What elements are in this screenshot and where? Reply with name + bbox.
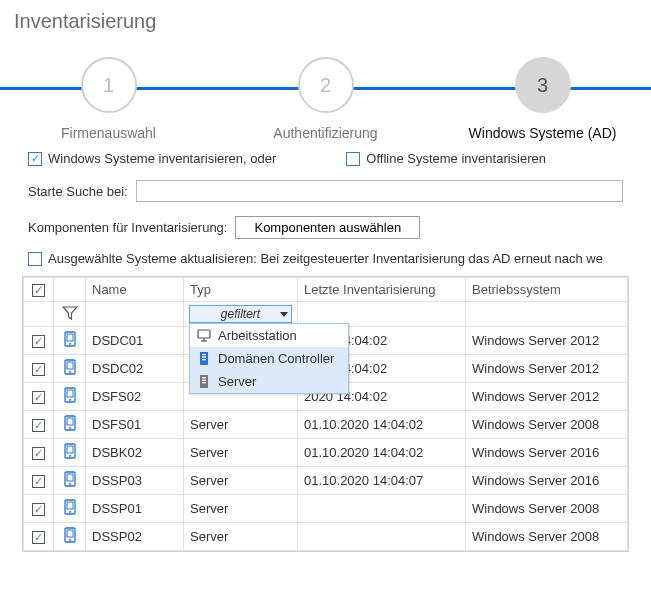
svg-point-17 — [69, 483, 71, 485]
cell-name: DSDC02 — [86, 355, 184, 383]
device-icon — [63, 331, 77, 347]
server-icon — [196, 374, 212, 389]
cell-last-inventory — [298, 495, 466, 523]
svg-point-11 — [69, 427, 71, 429]
svg-rect-34 — [202, 382, 206, 383]
cell-last-inventory: 01.10.2020 14:04:02 — [298, 411, 466, 439]
cell-name: DSSP02 — [86, 523, 184, 551]
svg-rect-7 — [67, 390, 73, 397]
row-checkbox[interactable] — [32, 391, 45, 404]
row-checkbox[interactable] — [32, 531, 45, 544]
dropdown-item-label: Server — [218, 374, 256, 389]
svg-rect-33 — [202, 380, 206, 381]
svg-rect-32 — [202, 377, 206, 378]
cell-name: DSBK02 — [86, 439, 184, 467]
svg-rect-16 — [67, 474, 73, 481]
table-row[interactable]: DSSP03 Server 01.10.2020 14:04:07 Window… — [24, 467, 628, 495]
cell-type: Server — [184, 467, 298, 495]
cell-name: DSSP01 — [86, 495, 184, 523]
cell-os: Windows Server 2016 — [466, 467, 628, 495]
stepper-step-1[interactable]: 1 Firmenauswahl — [9, 57, 209, 141]
row-checkbox[interactable] — [32, 503, 45, 516]
type-filter-value: gefiltert — [221, 307, 260, 321]
cell-type: Server — [184, 439, 298, 467]
svg-point-20 — [69, 511, 71, 513]
wizard-stepper: 1 Firmenauswahl2 Authentifizierung3 Wind… — [0, 57, 651, 137]
cell-os: Windows Server 2008 — [466, 495, 628, 523]
row-checkbox[interactable] — [32, 363, 45, 376]
step-label: Firmenauswahl — [61, 125, 156, 141]
cell-os: Windows Server 2016 — [466, 439, 628, 467]
inventory-offline-checkbox[interactable]: Offline Systeme inventarisieren — [346, 151, 546, 166]
svg-rect-4 — [67, 362, 73, 369]
svg-point-5 — [69, 371, 71, 373]
cell-name: DSFS01 — [86, 411, 184, 439]
header-type[interactable]: Typ — [184, 278, 298, 302]
update-selected-checkbox[interactable] — [28, 252, 42, 266]
cell-last-inventory: 01.10.2020 14:04:07 — [298, 467, 466, 495]
row-checkbox[interactable] — [32, 419, 45, 432]
checkbox-label: Windows Systeme inventarisieren, oder — [48, 151, 276, 166]
type-filter-dropdown[interactable]: ArbeitsstationDomänen ControllerServer — [189, 323, 349, 394]
step-label: Authentifizierung — [273, 125, 377, 141]
svg-point-2 — [69, 343, 71, 345]
device-icon — [63, 387, 77, 403]
svg-point-8 — [69, 399, 71, 401]
cell-type: Server — [184, 523, 298, 551]
row-checkbox[interactable] — [32, 447, 45, 460]
workstation-icon — [196, 329, 212, 342]
stepper-step-2[interactable]: 2 Authentifizierung — [226, 57, 426, 141]
step-circle: 3 — [515, 57, 571, 113]
svg-rect-24 — [198, 330, 210, 338]
inventory-windows-checkbox[interactable]: Windows Systeme inventarisieren, oder — [28, 151, 276, 166]
device-icon — [63, 499, 77, 515]
start-search-input[interactable] — [136, 180, 623, 202]
device-icon — [63, 415, 77, 431]
device-icon — [63, 471, 77, 487]
step-circle: 2 — [298, 57, 354, 113]
svg-rect-22 — [67, 530, 73, 537]
start-search-label: Starte Suche bei: — [28, 184, 128, 199]
stepper-step-3[interactable]: 3 Windows Systeme (AD) — [443, 57, 643, 141]
cell-last-inventory — [298, 523, 466, 551]
svg-rect-19 — [67, 502, 73, 509]
cell-type: Server — [184, 411, 298, 439]
dropdown-item-dc[interactable]: Domänen Controller — [190, 347, 348, 370]
cell-os: Windows Server 2012 — [466, 327, 628, 355]
update-selected-label: Ausgewählte Systeme aktualisieren: Bei z… — [48, 251, 603, 266]
table-row[interactable]: DSSP02 Server Windows Server 2008 — [24, 523, 628, 551]
svg-rect-31 — [200, 375, 208, 388]
components-label: Komponenten für Inventarisierung: — [28, 220, 227, 235]
checkbox-label: Offline Systeme inventarisieren — [366, 151, 546, 166]
row-checkbox[interactable] — [32, 475, 45, 488]
svg-rect-30 — [202, 359, 206, 360]
svg-rect-29 — [202, 357, 206, 358]
cell-last-inventory: 01.10.2020 14:04:02 — [298, 439, 466, 467]
step-label: Windows Systeme (AD) — [469, 125, 617, 141]
table-row[interactable]: DSBK02 Server 01.10.2020 14:04:02 Window… — [24, 439, 628, 467]
header-name[interactable]: Name — [86, 278, 184, 302]
row-checkbox[interactable] — [32, 335, 45, 348]
device-icon — [63, 527, 77, 543]
header-checkbox[interactable] — [24, 278, 54, 302]
svg-rect-1 — [67, 334, 73, 341]
checkbox-icon — [28, 152, 42, 166]
dropdown-item-label: Arbeitsstation — [218, 328, 297, 343]
dropdown-item-workstation[interactable]: Arbeitsstation — [190, 324, 348, 347]
header-last-inventory[interactable]: Letzte Inventarisierung — [298, 278, 466, 302]
type-filter-combo[interactable]: gefiltert — [189, 305, 292, 323]
dropdown-item-server[interactable]: Server — [190, 370, 348, 393]
svg-point-23 — [69, 539, 71, 541]
table-row[interactable]: DSSP01 Server Windows Server 2008 — [24, 495, 628, 523]
dropdown-item-label: Domänen Controller — [218, 351, 334, 366]
step-circle: 1 — [81, 57, 137, 113]
header-os[interactable]: Betriebssystem — [466, 278, 628, 302]
filter-funnel-icon[interactable] — [54, 302, 86, 327]
page-title: Inventarisierung — [0, 0, 651, 39]
svg-rect-27 — [200, 352, 208, 365]
checkbox-icon — [346, 152, 360, 166]
select-components-button[interactable]: Komponenten auswählen — [235, 216, 420, 239]
svg-point-14 — [69, 455, 71, 457]
svg-rect-13 — [67, 446, 73, 453]
table-row[interactable]: DSFS01 Server 01.10.2020 14:04:02 Window… — [24, 411, 628, 439]
